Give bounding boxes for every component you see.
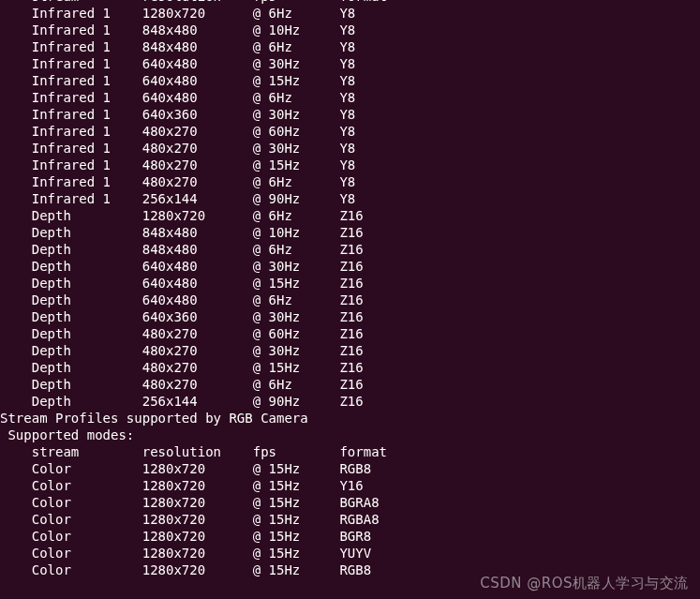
terminal-line: Depth 480x270 @ 60Hz Z16	[0, 325, 700, 342]
terminal-line: Depth 640x480 @ 6Hz Z16	[0, 292, 700, 308]
terminal-line: Depth 640x360 @ 30Hz Z16	[0, 308, 700, 325]
terminal-line: Depth 848x480 @ 10Hz Z16	[0, 224, 700, 241]
terminal-line: Depth 256x144 @ 90Hz Z16	[0, 393, 700, 410]
terminal-line: Infrared 1 848x480 @ 10Hz Y8	[0, 22, 700, 38]
terminal-line: Depth 480x270 @ 6Hz Z16	[0, 376, 700, 393]
terminal-line: Depth 480x270 @ 30Hz Z16	[0, 342, 700, 359]
terminal-line: Color 1280x720 @ 15Hz RGB8	[0, 562, 700, 578]
terminal-line: Color 1280x720 @ 15Hz RGB8	[0, 460, 700, 477]
terminal-line: Color 1280x720 @ 15Hz Y16	[0, 477, 700, 494]
terminal-line: Infrared 1 480x270 @ 60Hz Y8	[0, 123, 700, 140]
terminal-line: Depth 480x270 @ 15Hz Z16	[0, 359, 700, 376]
terminal-output[interactable]: stream resolution fps format Infrared 1 …	[0, 0, 700, 578]
terminal-line: Stream Profiles supported by RGB Camera	[0, 410, 700, 427]
terminal-line: Color 1280x720 @ 15Hz BGRA8	[0, 494, 700, 511]
terminal-line: Depth 640x480 @ 15Hz Z16	[0, 275, 700, 292]
terminal-line: Depth 848x480 @ 6Hz Z16	[0, 241, 700, 258]
terminal-line: Color 1280x720 @ 15Hz BGR8	[0, 528, 700, 545]
terminal-line: Infrared 1 256x144 @ 90Hz Y8	[0, 190, 700, 207]
terminal-line: Color 1280x720 @ 15Hz RGBA8	[0, 511, 700, 528]
terminal-line: Infrared 1 480x270 @ 15Hz Y8	[0, 157, 700, 173]
terminal-line: Infrared 1 1280x720 @ 6Hz Y8	[0, 5, 700, 22]
terminal-line: Infrared 1 480x270 @ 30Hz Y8	[0, 140, 700, 157]
terminal-line: Depth 640x480 @ 30Hz Z16	[0, 258, 700, 275]
terminal-line: Infrared 1 640x360 @ 30Hz Y8	[0, 106, 700, 123]
terminal-line: Depth 1280x720 @ 6Hz Z16	[0, 207, 700, 224]
terminal-line: stream resolution fps format	[0, 443, 700, 460]
terminal-line: Color 1280x720 @ 15Hz YUYV	[0, 545, 700, 562]
terminal-line: Infrared 1 848x480 @ 6Hz Y8	[0, 38, 700, 55]
terminal-line: Infrared 1 640x480 @ 6Hz Y8	[0, 89, 700, 106]
terminal-line: Supported modes:	[0, 427, 700, 443]
terminal-line: Infrared 1 640x480 @ 30Hz Y8	[0, 55, 700, 72]
terminal-line: Infrared 1 640x480 @ 15Hz Y8	[0, 72, 700, 89]
terminal-line: Infrared 1 480x270 @ 6Hz Y8	[0, 173, 700, 190]
